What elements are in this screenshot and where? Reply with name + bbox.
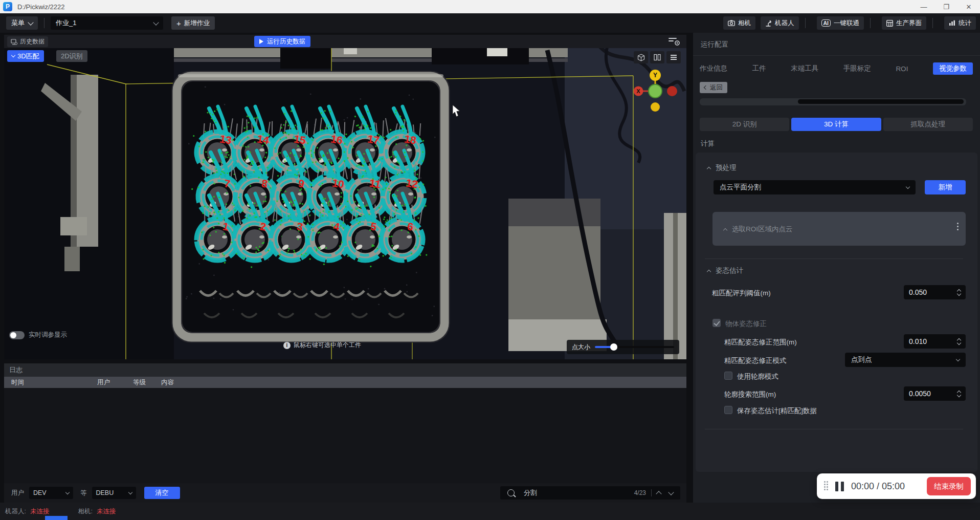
axis-x-negative[interactable] (667, 86, 677, 96)
axis-center[interactable] (649, 84, 662, 98)
tab-hand-eye-calib[interactable]: 手眼标定 (843, 64, 871, 73)
menu-button[interactable]: 菜单 (6, 16, 38, 30)
fine-mode-select[interactable]: 点到点 (845, 353, 966, 367)
pause-button[interactable] (835, 482, 844, 491)
tab-vision-params[interactable]: 视觉参数 (933, 62, 973, 75)
robot-button[interactable]: 机器人 (761, 16, 799, 30)
pose-correction-checkbox[interactable] (712, 319, 721, 327)
coarse-threshold-input[interactable]: 0.050 (904, 285, 966, 299)
log-body[interactable] (4, 388, 686, 483)
one-key-connect-button[interactable]: AI 一键联通 (817, 16, 864, 30)
tab-roi[interactable]: ROI (896, 65, 908, 73)
run-config-panel: 运行配置 作业信息 工件 末端工具 手眼标定 ROI 视觉参数 返回 2D 识别… (693, 33, 980, 503)
statistics-button[interactable]: 统计 (944, 16, 976, 30)
add-preprocess-label: 新增 (939, 183, 952, 192)
horizontal-scrollbar[interactable] (700, 98, 966, 105)
search-next-button[interactable] (668, 489, 674, 495)
recording-time: 00:00 / 05:00 (851, 481, 905, 492)
pose-section-header[interactable]: 姿态估计 (707, 266, 743, 275)
match-number-label: 15 (293, 133, 307, 146)
spinner-arrows[interactable] (957, 339, 961, 344)
tab-2d-recog[interactable]: 2D 识别 (700, 118, 789, 131)
tab-job-info[interactable]: 作业信息 (700, 64, 727, 73)
slider-thumb[interactable] (610, 343, 617, 351)
col-time: 时间 (11, 378, 24, 387)
pose-title: 姿态估计 (716, 266, 743, 275)
divider (705, 258, 963, 259)
log-title: 日志 (9, 365, 23, 375)
tab-3d-calc[interactable]: 3D 计算 (791, 118, 881, 131)
chevron-up-icon (707, 269, 711, 273)
one-key-connect-label: 一键联通 (834, 19, 859, 28)
robot-label: 机器人 (775, 19, 794, 28)
stop-recording-button[interactable]: 结束录制 (927, 477, 971, 495)
match-number-label: 11 (368, 177, 382, 190)
play-icon (259, 39, 263, 44)
history-data-button[interactable]: 历史数据 (7, 36, 48, 47)
close-button[interactable]: ✕ (957, 0, 980, 13)
tab-end-tool[interactable]: 末端工具 (791, 64, 818, 73)
contour-search-input[interactable]: 0.0050 (904, 386, 966, 401)
clear-log-button[interactable]: 清空 (144, 487, 180, 499)
save-pose-checkbox[interactable] (724, 406, 732, 414)
roi-pointcloud-card[interactable]: 选取ROI区域内点云 (712, 212, 966, 246)
3d-scene[interactable]: 13 14 15 16 17 (4, 35, 686, 359)
add-job-button[interactable]: + 新增作业 (171, 16, 215, 30)
minimize-button[interactable]: — (912, 0, 935, 13)
split-view-button[interactable] (650, 51, 664, 63)
window-title: D:/Pickwiz/2222 (17, 3, 64, 11)
viewport-header (4, 35, 686, 48)
contour-mode-checkbox[interactable] (724, 372, 732, 380)
preprocess-title: 预处理 (716, 163, 737, 172)
clear-log-label: 清空 (155, 488, 169, 497)
layers-menu-button[interactable] (666, 51, 681, 63)
contour-mode-label: 使用轮廓模式 (737, 372, 778, 381)
display-settings-icon (668, 36, 681, 47)
camera-button[interactable]: 相机 (723, 16, 755, 30)
spinner-arrows[interactable] (957, 290, 961, 295)
toolbar-separator (932, 18, 933, 28)
history-data-icon (11, 39, 17, 45)
fine-range-input[interactable]: 0.010 (904, 334, 966, 349)
tab-2d-recognition[interactable]: 2D识别 (56, 50, 87, 62)
viewport-settings-button[interactable] (668, 36, 681, 49)
robot-icon (765, 20, 772, 27)
plus-icon: + (176, 19, 181, 27)
pose-correction-label: 物体姿态修正 (725, 319, 767, 329)
log-search[interactable]: 分割 4/23 (500, 486, 680, 500)
level-filter-select[interactable]: DEBU (92, 487, 136, 499)
tab-workpiece[interactable]: 工件 (752, 64, 766, 73)
run-history-button[interactable]: 运行历史数据 (254, 36, 310, 47)
match-number-label: 18 (404, 133, 417, 146)
toolbar-separator (44, 18, 44, 28)
back-button[interactable]: 返回 (700, 82, 727, 93)
robot-status-value: 未连接 (30, 507, 50, 516)
spinner-arrows[interactable] (957, 391, 961, 397)
user-filter-select[interactable]: DEV (29, 487, 73, 499)
drag-handle[interactable] (824, 481, 829, 491)
taskbar-peek (45, 516, 68, 520)
job-select[interactable]: 作业_1 (51, 16, 163, 30)
stop-recording-label: 结束录制 (934, 482, 964, 491)
kebab-menu-icon[interactable] (957, 221, 959, 232)
search-prev-button[interactable] (656, 491, 661, 496)
tab-3d-match[interactable]: 3D匹配 (7, 50, 44, 62)
axis-y-negative[interactable] (651, 102, 660, 112)
scrollbar-thumb[interactable] (798, 99, 964, 104)
add-preprocess-button[interactable]: 新增 (925, 180, 966, 194)
chevron-left-icon (704, 85, 708, 90)
production-ui-button[interactable]: 生产界面 (882, 16, 926, 30)
log-column-header: 时间 用户 等级 内容 (4, 377, 686, 388)
search-counter: 4/23 (634, 489, 646, 496)
tab-grasp-point[interactable]: 抓取点处理 (883, 118, 973, 131)
preprocess-select[interactable]: 点云平面分割 (714, 180, 916, 194)
preprocess-section-header[interactable]: 预处理 (707, 163, 737, 172)
3d-viewport[interactable]: 历史数据 运行历史数据 3D匹配 2D识别 (4, 35, 686, 359)
contour-search-value: 0.0050 (909, 389, 931, 398)
point-size-slider[interactable] (595, 346, 674, 348)
info-icon: i (283, 342, 291, 349)
match-number-label: 17 (367, 133, 381, 146)
realtime-param-toggle[interactable] (9, 331, 25, 339)
view-mode-button[interactable] (634, 51, 648, 63)
maximize-button[interactable]: ❐ (935, 0, 957, 13)
